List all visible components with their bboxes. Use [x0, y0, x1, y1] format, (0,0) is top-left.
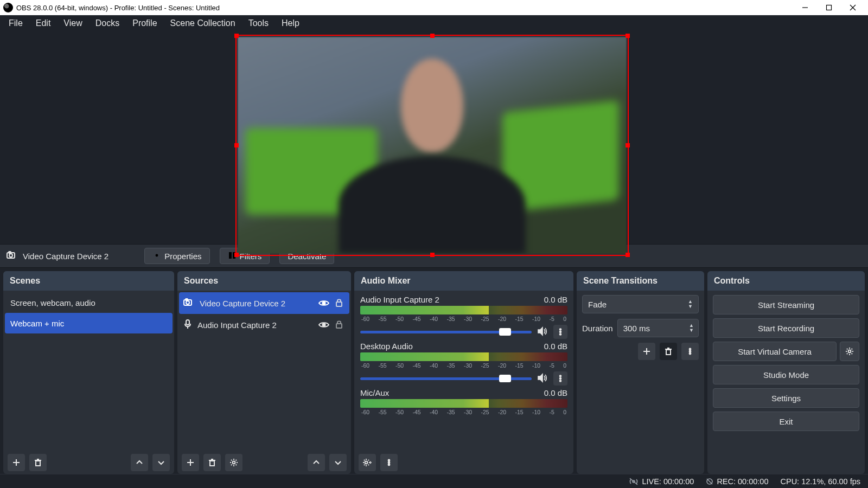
transition-duration-input[interactable]: 300 ms ▲▼ [617, 319, 699, 337]
status-rec: REC: 00:00:00 [706, 477, 768, 486]
scene-transitions-header: Scene Transitions [577, 271, 704, 291]
start-recording-button[interactable]: Start Recording [713, 318, 859, 338]
audio-meter [360, 399, 567, 408]
channel-menu-button[interactable] [553, 371, 567, 386]
svg-point-16 [186, 301, 189, 304]
meter-ticks: -60-55-50-45-40-35-30-25-20-15-10-50 [360, 316, 567, 323]
svg-point-47 [690, 351, 691, 352]
scene-remove-button[interactable] [29, 454, 47, 471]
volume-slider[interactable] [360, 331, 532, 333]
mixer-channel: Desktop Audio0.0 dB -60-55-50-45-40-35-3… [356, 339, 572, 386]
gear-icon [152, 251, 161, 261]
camera-icon [7, 251, 17, 261]
sources-header: Sources [177, 271, 351, 291]
mixer-channel: Mic/Aux0.0 dB -60-55-50-45-40-35-30-25-2… [356, 386, 572, 416]
source-move-up-button[interactable] [308, 454, 325, 471]
menu-scene-collection[interactable]: Scene Collection [164, 16, 242, 30]
transition-properties-button[interactable] [681, 343, 699, 360]
virtual-camera-settings-button[interactable] [840, 342, 859, 361]
source-remove-button[interactable] [203, 454, 221, 471]
menu-tools[interactable]: Tools [242, 16, 275, 30]
svg-point-18 [323, 302, 326, 305]
transition-add-button[interactable] [638, 343, 655, 360]
channel-name: Mic/Aux [360, 388, 389, 397]
svg-point-48 [690, 353, 691, 355]
source-item[interactable]: Audio Input Capture 2 [179, 314, 349, 336]
audio-mixer-dock: Audio Mixer Audio Input Capture 20.0 dB … [354, 271, 573, 474]
svg-point-49 [848, 350, 851, 353]
obs-logo-icon [3, 3, 13, 12]
scene-item[interactable]: Webcam + mic [5, 313, 173, 333]
svg-point-28 [233, 461, 235, 464]
sources-dock: Sources Video Capture Device 2 Audio Inp… [177, 271, 351, 474]
menu-edit[interactable]: Edit [29, 16, 58, 30]
source-properties-button[interactable] [225, 454, 242, 471]
source-add-button[interactable] [182, 454, 199, 471]
svg-point-31 [560, 331, 561, 333]
volume-slider[interactable] [360, 377, 532, 380]
maximize-button[interactable] [817, 0, 841, 15]
meter-ticks: -60-55-50-45-40-35-30-25-20-15-10-50 [360, 362, 567, 370]
broadcast-icon [629, 477, 639, 486]
speaker-icon[interactable] [537, 373, 548, 384]
svg-point-35 [560, 378, 561, 380]
window-title: OBS 28.0.0 (64-bit, windows) - Profile: … [16, 4, 220, 12]
preview-area[interactable] [0, 31, 868, 244]
duration-label: Duration [582, 324, 613, 333]
visibility-toggle[interactable] [318, 297, 330, 309]
menu-file[interactable]: File [2, 16, 29, 30]
transition-select[interactable]: Fade ▲▼ [582, 295, 699, 313]
close-button[interactable] [841, 0, 865, 15]
svg-point-46 [690, 349, 691, 350]
studio-mode-button[interactable]: Studio Mode [713, 365, 859, 384]
menu-docks[interactable]: Docks [89, 16, 126, 30]
mixer-menu-button[interactable] [380, 454, 398, 471]
source-item[interactable]: Video Capture Device 2 [179, 292, 349, 314]
exit-button[interactable]: Exit [713, 412, 859, 431]
svg-marker-29 [538, 328, 542, 335]
scene-move-down-button[interactable] [152, 454, 170, 471]
source-move-down-button[interactable] [329, 454, 347, 471]
properties-button[interactable]: Properties [144, 248, 209, 264]
transition-remove-button[interactable] [660, 343, 677, 360]
svg-point-38 [388, 460, 390, 461]
svg-point-37 [365, 461, 368, 464]
svg-point-40 [388, 464, 390, 466]
lock-icon[interactable] [335, 320, 345, 330]
status-bar: LIVE: 00:00:00 REC: 00:00:00 CPU: 12.1%,… [0, 474, 868, 488]
svg-line-51 [630, 478, 637, 485]
channel-name: Desktop Audio [360, 342, 413, 351]
menu-profile[interactable]: Profile [126, 16, 163, 30]
visibility-toggle[interactable] [318, 319, 330, 331]
channel-menu-button[interactable] [553, 325, 567, 339]
menu-help[interactable]: Help [275, 16, 306, 30]
channel-level: 0.0 dB [544, 295, 567, 304]
scene-item[interactable]: Screen, webcam, audio [5, 292, 173, 313]
window-titlebar: OBS 28.0.0 (64-bit, windows) - Profile: … [0, 0, 868, 15]
mixer-advanced-button[interactable] [359, 454, 376, 471]
spinner-arrows-icon[interactable]: ▲▼ [689, 323, 694, 333]
meter-ticks: -60-55-50-45-40-35-30-25-20-15-10-50 [360, 409, 567, 416]
status-live: LIVE: 00:00:00 [629, 477, 694, 486]
scene-move-up-button[interactable] [131, 454, 148, 471]
svg-rect-1 [827, 5, 832, 10]
svg-rect-19 [336, 302, 342, 306]
scene-add-button[interactable] [8, 454, 25, 471]
svg-point-5 [9, 254, 12, 257]
speaker-icon[interactable] [537, 326, 548, 338]
preview-canvas[interactable] [235, 35, 629, 256]
minimize-button[interactable] [793, 0, 817, 15]
svg-rect-20 [186, 320, 189, 325]
svg-point-30 [560, 329, 561, 330]
channel-level: 0.0 dB [544, 342, 567, 351]
svg-rect-25 [210, 461, 214, 466]
record-icon [706, 478, 713, 485]
start-virtual-camera-button[interactable]: Start Virtual Camera [713, 342, 837, 361]
svg-rect-8 [229, 252, 232, 259]
settings-button[interactable]: Settings [713, 388, 859, 408]
start-streaming-button[interactable]: Start Streaming [713, 295, 859, 314]
channel-name: Audio Input Capture 2 [360, 295, 439, 304]
lock-icon[interactable] [335, 298, 345, 308]
audio-meter [360, 352, 567, 361]
menu-view[interactable]: View [57, 16, 88, 30]
